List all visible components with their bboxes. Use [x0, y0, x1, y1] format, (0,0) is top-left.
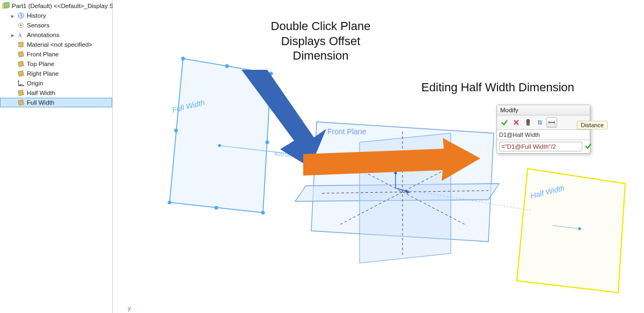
tree-item-top-plane[interactable]: Top Plane: [0, 59, 112, 69]
svg-point-6: [181, 57, 185, 61]
axis-label-y: y: [128, 305, 131, 311]
distance-icon[interactable]: [546, 117, 557, 128]
tree-item-sensors[interactable]: Sensors: [0, 20, 112, 30]
tree-label: History: [27, 12, 46, 19]
tree-item-history[interactable]: ▸ History: [0, 11, 112, 20]
history-icon: [17, 12, 25, 19]
tree-label: Full Width: [27, 99, 54, 106]
plane-icon: [17, 99, 25, 106]
tree-item-origin[interactable]: Origin: [0, 78, 112, 88]
tooltip-distance: Distance: [577, 121, 608, 129]
feature-tree: Part1 (Default) <<Default>_Display State…: [0, 0, 113, 313]
annotations-icon: A: [17, 31, 25, 39]
reverse-icon[interactable]: [535, 117, 545, 128]
front-plane-label: Front Plane: [327, 127, 367, 136]
plane-icon: [17, 60, 25, 68]
tree-item-right-plane[interactable]: Right Plane: [0, 69, 112, 78]
tree-label: Annotations: [27, 32, 60, 38]
tree-label: Material <not specified>: [27, 41, 92, 48]
svg-point-9: [168, 201, 172, 205]
ok-button[interactable]: [499, 117, 510, 128]
expander-icon[interactable]: ▸: [10, 32, 15, 38]
modify-value-input[interactable]: [499, 142, 582, 151]
tree-label: Top Plane: [27, 61, 54, 67]
tree-item-half-width[interactable]: Half Width: [0, 88, 112, 98]
svg-point-8: [261, 211, 265, 215]
origin-icon: [17, 79, 25, 87]
orange-arrow: [303, 137, 480, 174]
tree-label: Half Width: [27, 90, 55, 96]
sensors-icon: [17, 21, 25, 29]
svg-point-13: [174, 129, 178, 133]
modify-dialog[interactable]: Modify D1@Half Width: [496, 105, 590, 154]
half-width-plane[interactable]: Half Width: [517, 169, 625, 293]
svg-point-21: [527, 120, 529, 121]
tree-label: Origin: [27, 80, 43, 86]
cancel-button[interactable]: [511, 117, 522, 128]
tree-item-annotations[interactable]: ▸ A Annotations: [0, 30, 112, 40]
part-label: Part1 (Default) <<Default>_Display State: [12, 3, 124, 9]
svg-point-4: [20, 24, 22, 26]
tree-label: Front Plane: [27, 51, 58, 57]
accept-icon[interactable]: [584, 142, 592, 151]
svg-text:A: A: [18, 32, 22, 38]
part-node[interactable]: Part1 (Default) <<Default>_Display State: [0, 1, 112, 11]
expander-icon[interactable]: ▸: [10, 13, 15, 19]
tree-label: Sensors: [27, 22, 49, 28]
part-icon: [2, 2, 10, 10]
annotation-left: Double Click Plane Displays Offset Dimen…: [255, 19, 386, 63]
svg-point-19: [579, 228, 581, 230]
svg-point-15: [218, 144, 221, 147]
plane-icon: [17, 70, 25, 77]
svg-rect-1: [4, 3, 9, 8]
tree-item-material[interactable]: Material <not specified>: [0, 40, 112, 49]
annotation-right: Editing Half Width Dimension: [421, 81, 574, 94]
modify-toolbar: [497, 115, 590, 130]
modify-title: Modify: [497, 105, 590, 115]
svg-point-10: [225, 64, 229, 68]
svg-point-12: [215, 206, 218, 210]
traffic-light-icon[interactable]: [523, 117, 533, 128]
plane-icon: [17, 50, 25, 58]
material-icon: [17, 41, 25, 48]
svg-point-22: [527, 123, 529, 125]
tree-item-full-width[interactable]: Full Width: [0, 98, 112, 107]
plane-icon: [17, 89, 25, 97]
modify-field-label: D1@Half Width: [497, 130, 590, 140]
tree-item-front-plane[interactable]: Front Plane: [0, 49, 112, 59]
viewport[interactable]: Front Plane Right Plane: [113, 0, 644, 313]
tree-label: Right Plane: [27, 70, 58, 77]
